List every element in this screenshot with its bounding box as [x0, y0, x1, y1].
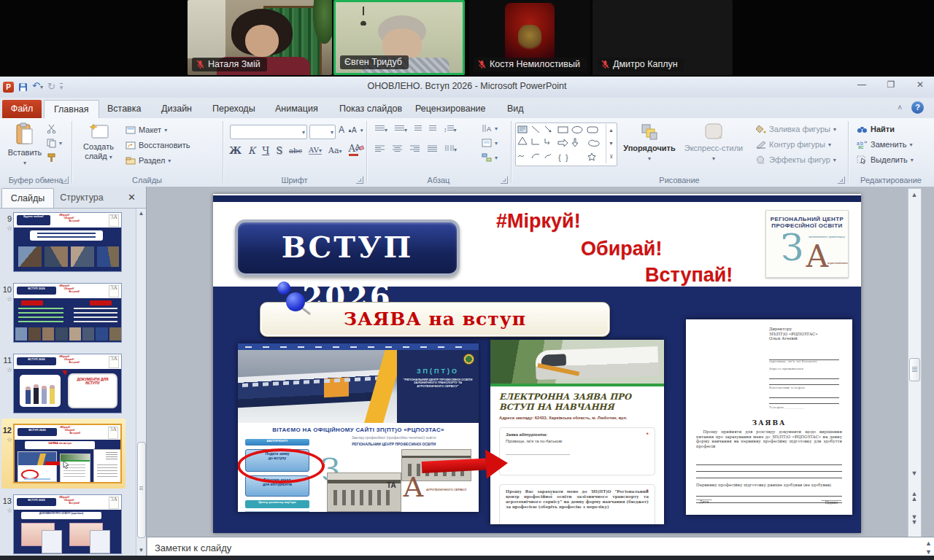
participant-tile-yevhen-active-speaker[interactable]: Євген Тридуб [333, 0, 465, 75]
scroll-down-icon[interactable]: ▼ [908, 467, 920, 479]
bold-button[interactable]: Ж [229, 145, 242, 156]
align-center-icon[interactable] [393, 145, 402, 152]
slide-thumbnail-10[interactable]: ВСТУП 2026 #Міркуй!Обирай!Вступай! ЗА [13, 283, 122, 343]
grow-font-button[interactable]: A▲ [339, 125, 352, 135]
decrease-indent-button[interactable] [414, 125, 422, 133]
tab-insert[interactable]: Вставка [98, 100, 150, 118]
website-screenshot[interactable]: ЗП(ПТ)О "РЕГІОНАЛЬНИЙ ЦЕНТР ПРОФЕСІЙНОЇ … [238, 343, 479, 512]
close-button[interactable]: ✕ [911, 79, 930, 90]
text-shadow-button[interactable]: S [276, 145, 282, 156]
find-button[interactable]: Найти [857, 125, 895, 133]
format-painter-button[interactable] [47, 153, 56, 163]
slide-thumbnail-11[interactable]: ВСТУП 2026 #Міркуй!Обирай!Вступай! ЗА [13, 354, 122, 413]
help-icon[interactable]: ? [911, 101, 924, 114]
section-button[interactable]: Раздел▾ [126, 156, 171, 165]
drawing-dialog-launcher[interactable] [838, 176, 845, 184]
tab-file[interactable]: Файл [2, 100, 42, 118]
shrink-font-button[interactable]: A▼ [352, 126, 364, 134]
panel-scroll-up-icon[interactable]: ▲ [136, 209, 146, 219]
italic-button[interactable]: К [248, 145, 255, 156]
panel-scroll-thumb[interactable] [137, 442, 146, 538]
tab-view[interactable]: Вид [498, 100, 533, 118]
select-button[interactable]: Выделить▾ [857, 155, 914, 164]
slide-canvas[interactable]: ВСТУП 2026 #Міркуй! Обирай! Вступай! РЕГ… [213, 194, 861, 533]
replace-button[interactable]: ab ac Заменить▾ [857, 140, 912, 149]
slide-thumbnail-13[interactable]: ВСТУП 2025 #Міркуй!Обирай!Вступай! ЗА ДО… [13, 494, 122, 554]
cut-button[interactable] [47, 124, 56, 133]
align-left-icon[interactable] [375, 145, 385, 152]
red-arrow[interactable] [421, 448, 509, 482]
next-slide-button[interactable]: ▼▼ [908, 513, 920, 526]
numbering-button[interactable]: ▾ [395, 125, 407, 133]
layout-button[interactable]: Макет▾ [126, 125, 167, 134]
school-logo[interactable]: РЕГІОНАЛЬНИЙ ЦЕНТР ПРОФЕСІЙНОЇ ОСВІТИ З … [765, 210, 849, 278]
tab-slides[interactable]: Слайды [1, 188, 54, 208]
tab-home[interactable]: Главная [44, 100, 99, 119]
columns-button[interactable]: ▾ [445, 144, 457, 153]
restore-button[interactable]: ❐ [881, 79, 900, 90]
strikethrough-button[interactable]: abc [289, 147, 302, 155]
align-text-button[interactable]: ▾ [482, 139, 498, 147]
panel-close-icon[interactable]: ✕ [128, 192, 136, 203]
hashtag-vstupay[interactable]: Вступай! [645, 264, 733, 287]
participant-tile-natalia[interactable]: Наталя Змій [188, 0, 332, 75]
shape-effects-button[interactable]: Эффекты фигур▾ [756, 155, 836, 164]
paste-button[interactable]: Вставить▾ [6, 122, 44, 168]
reset-button[interactable]: Восстановить [126, 141, 190, 149]
scroll-up-icon[interactable]: ▲ [908, 189, 920, 201]
tab-animations[interactable]: Анимация [266, 100, 328, 118]
notes-placeholder[interactable]: Заметки к слайду [155, 542, 231, 553]
justify-icon[interactable] [428, 145, 437, 152]
notes-scroll-arrows[interactable]: ▲▼ [925, 539, 932, 556]
previous-slide-button[interactable]: ▲▲ [908, 489, 920, 503]
font-size-combo[interactable]: ▾ [309, 125, 336, 139]
new-slide-button[interactable]: Создать слайд ▾ [77, 122, 120, 162]
panel-scroll-down-icon[interactable]: ▼ [136, 545, 146, 556]
shapes-gallery-scroll[interactable]: ▲▼⊻ [606, 124, 616, 163]
align-right-icon[interactable] [410, 145, 420, 152]
underline-button[interactable]: Ч [262, 145, 269, 156]
arrange-button[interactable]: Упорядочить▾ [622, 122, 677, 163]
form-field-name[interactable]: * Заява абітурієнта: Прізвище, ім'я та п… [499, 427, 655, 475]
clipboard-dialog-launcher[interactable] [61, 176, 69, 184]
minimize-button[interactable]: — [852, 79, 871, 90]
shapes-gallery[interactable]: { } ▲▼⊻ [515, 122, 617, 166]
slide-thumbnail-9[interactable]: Будемо знайомі! #Міркуй! Обирай! Вступай… [13, 212, 122, 272]
copy-button[interactable]: ▾ [47, 139, 62, 148]
font-name-combo[interactable]: ▾ [230, 125, 307, 139]
line-spacing-button[interactable]: ↕▾ [444, 125, 457, 133]
hashtag-mirkuy[interactable]: #Міркуй! [496, 210, 581, 233]
panel-scrollbar[interactable]: ▲ ▼ [136, 209, 146, 556]
tab-outline[interactable]: Структура [54, 188, 109, 207]
font-color-button[interactable]: A▾ [349, 144, 358, 156]
scissors-icon [47, 124, 56, 133]
bullets-button[interactable]: ▾ [375, 125, 387, 133]
tab-slideshow[interactable]: Показ слайдов [330, 100, 412, 118]
convert-smartart-button[interactable]: ▾ [482, 153, 498, 162]
participant-tile-dmytro[interactable]: Дмитро Каплун [593, 0, 733, 75]
paragraph-dialog-launcher[interactable] [501, 176, 508, 184]
increase-indent-button[interactable] [429, 125, 436, 133]
paper-application[interactable]: Директору ЗП(ПТ)О «РЦПОЗТАС» Ользі Агеєв… [686, 319, 852, 515]
slide-thumbnail-12-selected[interactable]: ВСТУП 2026 #Міркуй!Обирай!Вступай! ЗА ЗА… [13, 424, 122, 483]
font-dialog-launcher[interactable] [356, 176, 363, 184]
form-field-enroll[interactable]: * Прошу Вас зарахувати мене до ЗП(ПТ)О "… [499, 484, 655, 524]
tab-review[interactable]: Рецензирование [406, 100, 495, 118]
zayava-banner[interactable]: ЗАЯВА на вступ [260, 302, 610, 337]
participant-tile-kostia[interactable]: Костя Немилостивый [469, 0, 590, 75]
tab-design[interactable]: Дизайн [152, 100, 201, 118]
minimize-ribbon-icon[interactable]: ˄ [898, 104, 902, 112]
tab-transitions[interactable]: Переходы [203, 100, 265, 118]
hashtag-obyray[interactable]: Обирай! [581, 238, 662, 260]
career-center-button[interactable]: Центр розвитку кар'єри [245, 500, 309, 508]
text-direction-button[interactable]: A▾ [482, 124, 498, 133]
slide-title-badge[interactable]: ВСТУП 2026 [235, 219, 460, 276]
shape-outline-button[interactable]: Контур фигуры▾ [756, 140, 831, 149]
form-screenshot[interactable]: ЕЛЕКТРОННА ЗАЯВА ПРО ВСТУП НА НАВЧАННЯ А… [490, 340, 664, 524]
scroll-thumb[interactable] [909, 358, 920, 381]
change-case-button[interactable]: Aa▾ [328, 146, 342, 155]
character-spacing-button[interactable]: AV▾ [309, 146, 322, 155]
shape-fill-button[interactable]: Заливка фигуры▾ [756, 125, 836, 133]
quick-styles-button[interactable]: Экспресс-стили▾ [679, 122, 749, 163]
slide-scrollbar[interactable]: ▲ ▼ ▲▲ ▼▼ [908, 188, 922, 538]
